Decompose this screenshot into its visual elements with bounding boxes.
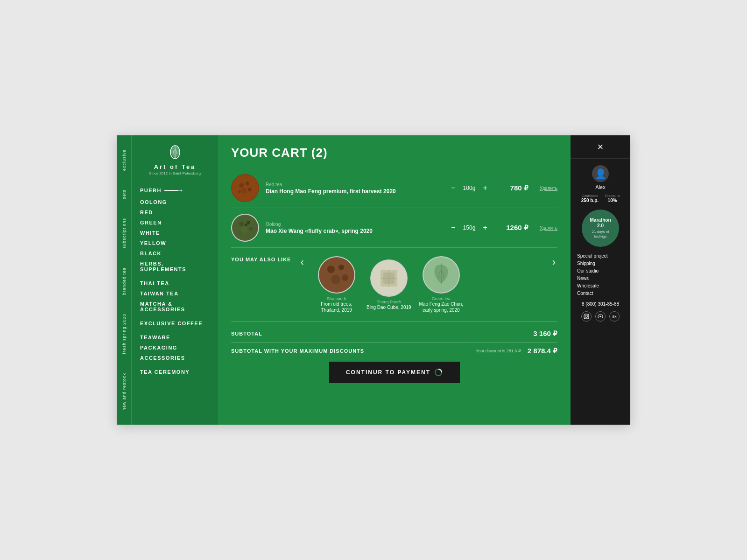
subtotal-discount-value: 2 878.4 ₽ [528,347,557,355]
product-type: Shu puerh [327,296,346,301]
nav-accessories[interactable]: ACCESSORIES [140,353,210,363]
nav-matcha[interactable]: MATCHA & ACCESSORIES [140,299,210,315]
item-controls: − 100g + [449,184,489,192]
product-card[interactable]: Sheng Puerh Bing Dao Cube, 2019 [366,259,412,310]
link-contact[interactable]: Contact [577,291,593,296]
svg-point-18 [331,275,340,284]
decrease-qty-btn[interactable]: − [449,224,457,231]
sidebar-labels: exclusive sets subscriptions branded tea… [117,135,132,425]
cart-item: Red tea Dian Hong Mao Feng premium, firs… [231,168,557,208]
product-name: Mao Feng Zao Chun, early spring, 2020 [418,301,465,313]
decrease-qty-btn[interactable]: − [449,184,457,192]
product-type: Sheng Puerh [377,300,402,304]
item-type: Red tea [266,182,443,187]
svg-marker-32 [600,315,602,317]
main-nav: Art of Tea Since 2012 in Saint-Petersbur… [132,135,218,425]
remove-item-btn[interactable]: Удалить [540,225,557,231]
increase-qty-btn[interactable]: + [481,184,489,192]
product-name: From old trees, Thailand, 2019 [313,301,360,313]
nav-puerh[interactable]: PUERH ——→ [140,184,210,197]
sidebar-label-subscriptions[interactable]: subscriptions [122,218,127,249]
nav-green[interactable]: GREEN [140,217,210,228]
item-name: Mao Xie Wang «fluffy crab», spring 2020 [266,228,443,234]
logo-area: Art of Tea Since 2012 in Saint-Petersbur… [140,143,210,175]
logo-icon [166,143,184,161]
nav-tea-ceremony[interactable]: TEA CEREMONY [140,367,210,377]
svg-point-29 [585,315,588,318]
cashback-label: Cashback [582,194,599,198]
nav-arrow: ——→ [164,186,183,195]
phone-number: 8 (800) 301-85-88 [582,301,619,307]
nav-herbs[interactable]: HERBS, SUPPLEMENTS [140,259,210,274]
social-icons: вк [581,311,620,322]
svg-point-30 [587,315,588,315]
svg-point-10 [247,221,250,224]
sidebar-label-sets[interactable]: sets [122,189,127,199]
sidebar-label-branded[interactable]: branded tea [122,267,127,295]
product-card[interactable]: Shu puerh From old trees, Thailand, 2019 [313,256,360,313]
vk-icon[interactable]: вк [609,311,620,322]
svg-point-6 [248,188,252,191]
remove-item-btn[interactable]: Удалить [540,186,557,191]
nav-black[interactable]: BLACK [140,248,210,259]
sidebar-label-exclusive[interactable]: exclusive [122,149,127,171]
link-studio[interactable]: Our studio [577,268,599,273]
cart-title: YOUR CART (2) [231,146,557,160]
subtotal-discount-row: SUBTOTAL WITH YOUR MAXIMUM DISCOUNTS You… [231,343,557,355]
youtube-icon[interactable] [595,311,606,322]
also-like-next-btn[interactable]: › [550,256,557,268]
instagram-icon[interactable] [581,311,592,322]
also-like-prev-btn[interactable]: ‹ [298,256,305,268]
link-news[interactable]: News [577,276,589,281]
svg-point-4 [246,182,249,185]
item-details: Oolong Mao Xie Wang «fluffy crab», sprin… [266,222,443,234]
nav-oolong[interactable]: OOLONG [140,197,210,207]
marathon-subtitle: 21 days of tastings [586,230,614,238]
increase-qty-btn[interactable]: + [481,224,489,231]
logo-text: Art of Tea [154,163,196,170]
subtotal-value: 3 160 ₽ [533,329,557,338]
nav-white[interactable]: WHITE [140,228,210,238]
link-special-project[interactable]: Special project [577,253,608,259]
product-img-svg [423,256,460,294]
cart-area: YOUR CART (2) Red tea Dian Hong Mao Feng… [218,135,571,425]
svg-point-12 [249,227,253,231]
product-card[interactable]: Green tea Mao Feng Zao Chun, early sprin… [418,256,465,313]
svg-point-15 [319,257,354,293]
nav-coffee[interactable]: EXCLUSIVE COFFEE [140,318,210,329]
marathon-badge[interactable]: Marathon 2.0 21 days of tastings [582,210,619,247]
link-wholesale[interactable]: Wholesale [577,283,599,288]
right-links: Special project Shipping Our studio News… [571,253,630,296]
nav-yellow[interactable]: YELLOW [140,238,210,248]
nav-red[interactable]: RED [140,207,210,217]
svg-point-5 [241,188,247,194]
nav-packaging[interactable]: PACKAGING [140,343,210,353]
app-screen: exclusive sets subscriptions branded tea… [117,135,630,425]
subtotal-section: SUBTOTAL 3 160 ₽ SUBTOTAL WITH YOUR MAXI… [231,322,557,355]
nav-teaware[interactable]: TEAWARE [140,332,210,343]
vk-label: вк [613,314,617,319]
nav-thai[interactable]: THAI TEA [140,278,210,288]
cashback-value: 250 b.p. [581,198,599,203]
product-img-svg [318,256,355,294]
discount-value: 10% [608,198,617,203]
item-controls: − 150g + [449,224,489,231]
checkout-button[interactable]: CONTINUR TO PAYMENT [329,362,460,383]
link-shipping[interactable]: Shipping [577,261,595,266]
right-sidebar: × 👤 Alex Cashback 250 b.p. Discount 10% … [571,135,630,425]
svg-point-13 [238,231,241,234]
cashback-stat: Cashback 250 b.p. [581,194,599,203]
product-img-svg [370,259,408,297]
svg-point-17 [338,265,344,270]
nav-taiwan[interactable]: TAIWAN TEA [140,288,210,299]
sidebar-label-new[interactable]: new and restock [122,373,127,411]
svg-point-2 [232,175,258,201]
item-img-svg [231,174,259,202]
close-button[interactable]: × [571,135,630,159]
item-img-svg [231,214,259,242]
user-name: Alex [595,184,605,190]
checkout-label: CONTINUR TO PAYMENT [346,369,430,376]
svg-rect-28 [584,314,589,319]
sidebar-label-spring[interactable]: fresh spring 2020 [122,314,127,354]
product-image [370,259,408,297]
